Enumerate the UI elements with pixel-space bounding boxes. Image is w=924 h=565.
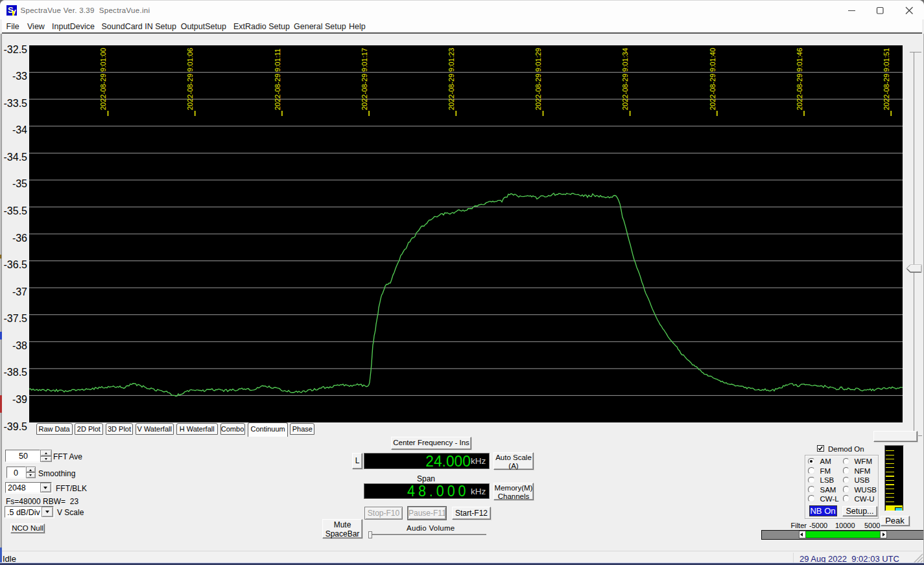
svg-text:2022-08-29 9:01:11: 2022-08-29 9:01:11 [274, 49, 281, 110]
svg-text:2022-08-29 9:01:00: 2022-08-29 9:01:00 [99, 48, 107, 110]
svg-text:2022-08-29 9:01:46: 2022-08-29 9:01:46 [796, 48, 803, 110]
svg-text:2022-08-29 9:01:34: 2022-08-29 9:01:34 [621, 48, 629, 110]
svg-text:2022-08-29 9:01:17: 2022-08-29 9:01:17 [361, 48, 368, 110]
svg-text:2022-08-29 9:01:06: 2022-08-29 9:01:06 [186, 48, 194, 110]
svg-text:2022-08-29 9:01:40: 2022-08-29 9:01:40 [709, 48, 717, 110]
svg-text:2022-08-29 9:01:51: 2022-08-29 9:01:51 [883, 48, 890, 110]
svg-text:2022-08-29 9:01:29: 2022-08-29 9:01:29 [534, 48, 542, 110]
svg-text:2022-08-29 9:01:23: 2022-08-29 9:01:23 [447, 48, 455, 110]
